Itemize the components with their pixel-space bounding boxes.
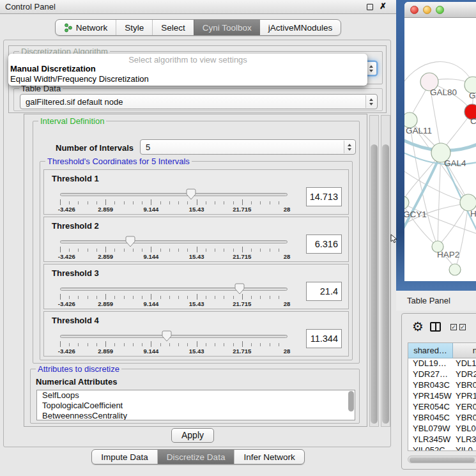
threshold-value-input[interactable] bbox=[306, 234, 342, 254]
slider-tick-label: 28 bbox=[284, 253, 291, 260]
number-of-intervals-combobox[interactable]: 5 bbox=[140, 139, 356, 155]
network-graph[interactable]: GAL80GACGAL11GAL4GCY1HHAP2 bbox=[404, 18, 476, 281]
cell-name[interactable]: YBL0 bbox=[453, 424, 476, 434]
cell-shared-name[interactable]: YER054C bbox=[408, 402, 453, 413]
threshold-slider[interactable]: -3.4262.8599.14415.4321.71528 bbox=[60, 188, 288, 214]
network-canvas[interactable]: GAL80GACGAL11GAL4GCY1HHAP2 bbox=[404, 18, 476, 281]
combo-arrows-icon[interactable] bbox=[365, 95, 376, 108]
threshold-slider[interactable]: -3.4262.8599.14415.4321.71528 bbox=[60, 330, 288, 356]
cell-name[interactable]: YLR3 bbox=[453, 434, 476, 445]
algorithm-popup-item-equal-width[interactable]: Equal Width/Frequency Discretization bbox=[8, 74, 367, 84]
close-icon[interactable]: ✗ bbox=[380, 1, 387, 11]
tab-cyni-toolbox-label: Cyni Toolbox bbox=[203, 23, 252, 33]
checkbox-icon[interactable]: ✓ bbox=[450, 324, 457, 330]
gear-icon[interactable]: ⚙ bbox=[412, 319, 424, 334]
algorithm-popup-item-manual[interactable]: Manual Discretization bbox=[8, 64, 367, 74]
threshold-value-input[interactable] bbox=[306, 329, 342, 348]
threshold-slider[interactable]: -3.4262.8599.14415.4321.71528 bbox=[60, 236, 288, 261]
tab-jactivemnodules[interactable]: jActiveMNodules bbox=[260, 20, 341, 35]
table-row[interactable]: YER054C YER0 bbox=[408, 402, 476, 413]
network-edge-highlighted[interactable] bbox=[404, 154, 441, 240]
table-data-combobox[interactable]: galFiltered.sif default node bbox=[20, 94, 378, 109]
slider-thumb-icon[interactable] bbox=[186, 188, 196, 203]
cell-shared-name[interactable]: YPR145W bbox=[408, 391, 453, 402]
slider-track[interactable] bbox=[60, 288, 288, 291]
cell-name[interactable]: YDL1 bbox=[453, 358, 476, 369]
table-row[interactable]: YBR045C YBR0 bbox=[408, 413, 476, 424]
cell-name[interactable]: YBR0 bbox=[453, 413, 476, 424]
checkbox-icon[interactable]: ✓ bbox=[459, 324, 466, 330]
network-node[interactable] bbox=[449, 264, 461, 275]
slider-thumb-icon[interactable] bbox=[125, 236, 135, 250]
tab-infer-network[interactable]: Infer Network bbox=[234, 450, 303, 464]
tab-cyni-toolbox[interactable]: Cyni Toolbox bbox=[194, 20, 260, 35]
threshold-panel: Threshold 4 -3.4262.8599.14415.4321.7152… bbox=[43, 311, 349, 357]
slider-thumb-icon[interactable] bbox=[234, 283, 245, 297]
network-node[interactable] bbox=[404, 196, 409, 209]
slider-track[interactable] bbox=[60, 335, 288, 338]
tab-select[interactable]: Select bbox=[152, 20, 194, 35]
table-row[interactable]: YLR345W YLR3 bbox=[408, 434, 476, 445]
cell-name[interactable]: YBR0 bbox=[453, 380, 476, 391]
cell-shared-name[interactable]: YLR345W bbox=[408, 434, 453, 445]
table-row[interactable]: YBL079W YBL0 bbox=[408, 424, 476, 434]
slider-track[interactable] bbox=[60, 193, 288, 196]
cell-name[interactable]: YPR1 bbox=[453, 391, 476, 402]
network-window-titlebar[interactable] bbox=[404, 2, 476, 18]
cell-shared-name[interactable]: YDR27… bbox=[408, 369, 453, 380]
list-scrollbar[interactable] bbox=[348, 391, 354, 411]
table-row[interactable]: YDR27… YDR2 bbox=[408, 369, 476, 380]
slider-thumb-icon[interactable] bbox=[162, 330, 172, 344]
threshold-label: Threshold 3 bbox=[52, 268, 99, 278]
network-node-label: H bbox=[470, 209, 476, 219]
cell-shared-name[interactable]: YBR043C bbox=[408, 380, 453, 391]
tab-discretize-data[interactable]: Discretize Data bbox=[157, 450, 234, 464]
cell-shared-name[interactable]: YIL052C bbox=[408, 445, 453, 451]
table-row[interactable]: YDL19… YDL1 bbox=[408, 358, 476, 369]
threshold-slider[interactable]: -3.4262.8599.14415.4321.71528 bbox=[60, 283, 288, 309]
cell-name[interactable]: YDR2 bbox=[453, 369, 476, 380]
cell-shared-name[interactable]: YBR045C bbox=[408, 413, 453, 424]
column-header-shared-name[interactable]: shared… bbox=[408, 343, 453, 358]
control-panel-tabbar: Network Style Select Cyni Toolbox jActiv… bbox=[0, 19, 396, 36]
attribute-list-item[interactable]: BetweennessCentrality bbox=[37, 411, 355, 420]
slider-tick-label: -3.426 bbox=[58, 300, 75, 307]
split-columns-icon[interactable] bbox=[430, 322, 441, 332]
minimize-traffic-light-icon[interactable] bbox=[423, 6, 431, 14]
network-edge[interactable] bbox=[404, 166, 468, 203]
panel-scrollbar[interactable] bbox=[381, 115, 390, 427]
apply-button[interactable]: Apply bbox=[171, 428, 214, 443]
column-header-name[interactable]: n bbox=[453, 343, 476, 358]
slider-tick-labels: -3.4262.8599.14415.4321.71528 bbox=[60, 206, 288, 213]
table-horizontal-scrollbar-thumb[interactable] bbox=[410, 457, 475, 463]
numerical-attributes-list[interactable]: SelfLoopsTopologicalCoefficientBetweenne… bbox=[36, 390, 355, 420]
table-row[interactable]: YPR145W YPR1 bbox=[408, 391, 476, 402]
threshold-label: Threshold 2 bbox=[52, 221, 99, 231]
close-traffic-light-icon[interactable] bbox=[410, 6, 418, 14]
attribute-list-item[interactable]: TopologicalCoefficient bbox=[37, 401, 355, 411]
settings-scrollbar-thumb[interactable] bbox=[371, 144, 378, 424]
node-table: shared… n YDL19… YDL1 YDR27… YDR2 YBR043… bbox=[408, 342, 476, 451]
threshold-value-input[interactable] bbox=[306, 282, 342, 301]
table-horizontal-scrollbar[interactable] bbox=[408, 456, 476, 463]
table-row[interactable]: YBR043C YBR0 bbox=[408, 380, 476, 391]
combo-arrows-icon[interactable] bbox=[344, 141, 355, 153]
cell-name[interactable]: YIL0 bbox=[453, 445, 476, 451]
zoom-traffic-light-icon[interactable] bbox=[436, 6, 444, 14]
network-edge[interactable] bbox=[438, 153, 441, 246]
float-window-icon[interactable] bbox=[367, 4, 373, 10]
table-row[interactable]: YIL052C YIL0 bbox=[408, 445, 476, 451]
slider-tick-label: 28 bbox=[284, 206, 291, 213]
cell-shared-name[interactable]: YDL19… bbox=[408, 358, 453, 369]
tab-impute-data[interactable]: Impute Data bbox=[92, 450, 157, 464]
settings-scrollbar[interactable] bbox=[369, 115, 379, 427]
attribute-list-item[interactable]: SelfLoops bbox=[37, 390, 355, 401]
panel-scrollbar-thumb[interactable] bbox=[382, 144, 389, 424]
tab-style[interactable]: Style bbox=[116, 20, 152, 35]
cell-name[interactable]: YER0 bbox=[453, 402, 476, 413]
tab-network[interactable]: Network bbox=[56, 20, 116, 35]
threshold-value-input[interactable] bbox=[306, 187, 342, 206]
threshold-label: Threshold 4 bbox=[52, 316, 99, 325]
slider-track[interactable] bbox=[60, 240, 288, 243]
cell-shared-name[interactable]: YBL079W bbox=[408, 424, 453, 434]
